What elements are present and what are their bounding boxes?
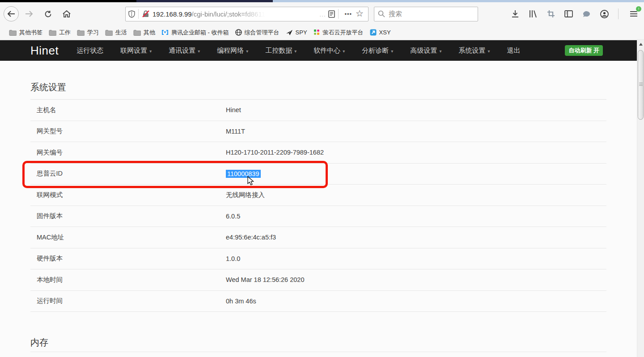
table-row-gateway-serial: 网关编号 H120-1710-2011-2209-7989-1682	[30, 142, 606, 164]
back-button[interactable]	[4, 6, 19, 21]
app-navbar: Hinet 运行状态 联网设置▾ 通讯设置▾ 编程网络▾ 工控数据▾ 软件中心▾…	[0, 40, 644, 61]
bookmark-spy[interactable]: SPY	[283, 28, 311, 37]
bookmark-label: 学习	[87, 29, 99, 37]
nav-label: 工控数据	[265, 46, 292, 55]
url-text[interactable]: 192.168.9.99/cgi-bin/luci/;stok=fd8611	[153, 10, 319, 18]
bookmark-management-platform[interactable]: 综合管理平台	[233, 27, 283, 38]
xsy-icon	[370, 29, 377, 36]
table-row-gateway-model: 网关型号 M111T	[30, 121, 606, 143]
folder-icon	[49, 29, 56, 36]
row-value: 无线网络接入	[226, 191, 265, 199]
row-label: MAC地址	[30, 233, 226, 242]
bookmark-xsy[interactable]: XSY	[367, 28, 394, 37]
screenshot-icon[interactable]	[547, 10, 555, 18]
row-label: 网关型号	[30, 127, 226, 135]
tracking-shield-icon[interactable]	[128, 10, 135, 18]
row-label: 本地时间	[30, 276, 226, 284]
reload-icon	[44, 10, 52, 18]
search-icon	[378, 10, 385, 17]
page-content: 系统设置 主机名 Hinet 网关型号 M111T 网关编号 H120-1710…	[0, 61, 644, 337]
bookmark-ezviz-platform[interactable]: 萤石云开放平台	[311, 27, 367, 38]
nav-label: 分析诊断	[362, 46, 389, 55]
bookmark-tencent-mail[interactable]: 腾讯企业邮箱 - 收件箱	[159, 27, 233, 38]
chevron-down-icon: ▾	[439, 48, 441, 54]
globe-icon	[235, 29, 242, 36]
divider	[30, 352, 606, 352]
bookmarks-bar: 其他书签 工作 学习 生活 其他 腾讯企业邮箱 - 收件箱 综合管理平台 SPY…	[0, 25, 644, 40]
scrollbar-grip	[639, 83, 643, 83]
row-value: 1.0.0	[226, 255, 240, 262]
search-placeholder: 搜索	[389, 10, 402, 18]
chevron-down-icon: ▾	[487, 48, 490, 54]
bookmark-folder-misc[interactable]: 其他	[131, 27, 159, 38]
nav-item-software-center[interactable]: 软件中心▾	[314, 46, 345, 55]
bookmark-folder-study[interactable]: 学习	[74, 27, 102, 38]
bookmark-star-icon[interactable]: ☆	[355, 8, 365, 20]
nav-item-logout[interactable]: 退出	[507, 46, 520, 55]
app-menu-button[interactable]: ↑	[628, 7, 640, 21]
window-top-strip	[0, 0, 644, 2]
forward-button[interactable]	[21, 6, 37, 21]
row-label: 固件版本	[30, 212, 226, 220]
bookmark-folder-other-bookmarks[interactable]: 其他书签	[6, 27, 46, 38]
home-button[interactable]	[59, 6, 74, 21]
bookmark-folder-work[interactable]: 工作	[46, 27, 74, 38]
url-bar[interactable]: 192.168.9.99/cgi-bin/luci/;stok=fd8611 ……	[125, 7, 369, 21]
scroll-up-arrow-icon	[639, 43, 643, 46]
table-row-uptime: 运行时间 0h 3m 46s	[30, 291, 606, 312]
nav-item-programming-network[interactable]: 编程网络▾	[217, 46, 248, 55]
reload-button[interactable]	[40, 6, 55, 21]
account-icon[interactable]	[600, 10, 609, 18]
row-value: M111T	[226, 128, 245, 135]
insecure-lock-icon[interactable]	[142, 10, 150, 18]
ezviz-icon	[314, 29, 320, 36]
browser-toolbar: 192.168.9.99/cgi-bin/luci/;stok=fd8611 ……	[0, 2, 644, 25]
dart-icon	[286, 29, 293, 36]
search-input[interactable]: 搜索	[374, 7, 478, 21]
table-row-hardware-version: 硬件版本 1.0.0	[30, 248, 606, 270]
brand-logo[interactable]: Hinet	[30, 44, 59, 58]
nav-item-comm-settings[interactable]: 通讯设置▾	[169, 46, 200, 55]
scrollbar-thumb[interactable]	[638, 50, 644, 120]
nav-item-running-status[interactable]: 运行状态	[76, 46, 103, 55]
toolbar-separator	[618, 8, 619, 19]
nav-item-advanced-settings[interactable]: 高级设置▾	[410, 46, 441, 55]
page-title: 系统设置	[30, 61, 606, 93]
folder-icon	[133, 29, 141, 36]
row-label: 联网模式	[30, 191, 226, 199]
titlebar-left-segment	[0, 0, 136, 2]
auto-refresh-badge[interactable]: 自动刷新 开	[565, 45, 603, 56]
table-row-sipu-cloud-id: 思普云ID 110000839	[30, 164, 606, 185]
bookmark-label: 腾讯企业邮箱 - 收件箱	[171, 29, 229, 37]
page-actions-button[interactable]: •••	[342, 11, 355, 17]
library-icon[interactable]	[529, 10, 538, 18]
bookmark-label: XSY	[379, 29, 391, 36]
row-label: 运行时间	[30, 297, 226, 305]
nav-item-network-settings[interactable]: 联网设置▾	[120, 46, 152, 55]
bookmark-folder-life[interactable]: 生活	[102, 27, 131, 38]
table-row-connection-mode: 联网模式 无线网络接入	[30, 185, 606, 206]
scrollbar-up-button[interactable]	[637, 40, 644, 48]
row-label: 网关编号	[30, 148, 226, 157]
page-scrollbar[interactable]	[637, 40, 644, 357]
nav-label: 退出	[507, 46, 520, 55]
bookmark-label: 工作	[59, 29, 71, 37]
scrollbar-grip	[639, 85, 643, 86]
row-label: 硬件版本	[30, 254, 226, 263]
sidebar-toggle-icon[interactable]	[564, 10, 573, 17]
downloads-icon[interactable]	[511, 10, 519, 18]
tencent-mail-icon	[161, 29, 169, 35]
nav-item-industrial-data[interactable]: 工控数据▾	[265, 46, 297, 55]
scrollbar-grip	[639, 84, 643, 84]
row-value: e4:95:6e:4c:a5:f3	[226, 234, 276, 241]
reader-mode-icon[interactable]	[328, 10, 335, 18]
url-domain: 192.168.9.99	[153, 10, 192, 18]
row-label: 思普云ID	[30, 169, 226, 178]
selected-cloud-id-value[interactable]: 110000839	[226, 170, 261, 178]
bookmark-label: SPY	[296, 29, 307, 36]
nav-item-analysis-diagnosis[interactable]: 分析诊断▾	[362, 46, 393, 55]
folder-icon	[77, 29, 85, 36]
chevron-down-icon: ▾	[246, 48, 248, 54]
pocket-chat-icon[interactable]	[582, 10, 591, 18]
nav-item-system-settings[interactable]: 系统设置▾	[458, 46, 490, 55]
